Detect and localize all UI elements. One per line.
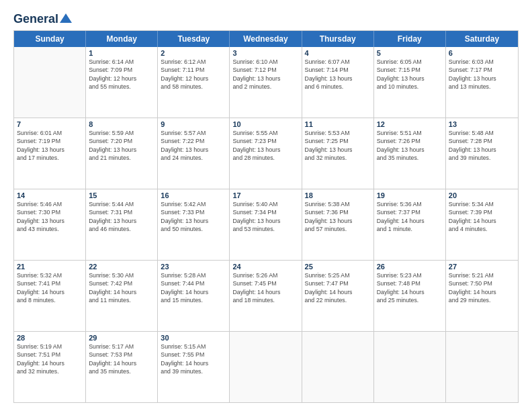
day-number: 20 xyxy=(449,191,515,199)
day-cell-1: 1Sunrise: 6:14 AM Sunset: 7:09 PM Daylig… xyxy=(86,47,158,118)
day-cell-8: 8Sunrise: 5:59 AM Sunset: 7:20 PM Daylig… xyxy=(86,118,158,189)
day-number: 3 xyxy=(232,49,298,57)
day-number: 16 xyxy=(161,191,226,199)
day-info: Sunrise: 5:44 AM Sunset: 7:31 PM Dayligh… xyxy=(89,200,154,233)
day-number: 22 xyxy=(89,263,154,271)
day-number: 26 xyxy=(377,263,443,271)
day-info: Sunrise: 5:57 AM Sunset: 7:22 PM Dayligh… xyxy=(161,129,226,162)
day-info: Sunrise: 5:25 AM Sunset: 7:47 PM Dayligh… xyxy=(305,271,371,304)
empty-cell xyxy=(14,47,86,118)
day-info: Sunrise: 6:07 AM Sunset: 7:14 PM Dayligh… xyxy=(305,58,371,91)
day-info: Sunrise: 5:55 AM Sunset: 7:23 PM Dayligh… xyxy=(232,129,298,162)
day-info: Sunrise: 5:48 AM Sunset: 7:28 PM Dayligh… xyxy=(449,129,515,162)
day-cell-11: 11Sunrise: 5:53 AM Sunset: 7:25 PM Dayli… xyxy=(302,118,374,189)
day-info: Sunrise: 5:28 AM Sunset: 7:44 PM Dayligh… xyxy=(161,271,226,304)
day-number: 15 xyxy=(89,191,154,199)
page: General SundayMondayTuesdayWednesdayThur… xyxy=(0,0,532,411)
day-number: 25 xyxy=(305,263,371,271)
day-number: 17 xyxy=(232,191,298,199)
day-number: 29 xyxy=(89,334,154,342)
day-header-thursday: Thursday xyxy=(302,31,374,47)
day-info: Sunrise: 5:59 AM Sunset: 7:20 PM Dayligh… xyxy=(89,129,154,162)
day-cell-28: 28Sunrise: 5:19 AM Sunset: 7:51 PM Dayli… xyxy=(14,332,86,402)
day-number: 6 xyxy=(449,49,515,57)
week-row-0: 1Sunrise: 6:14 AM Sunset: 7:09 PM Daylig… xyxy=(14,47,518,118)
day-cell-12: 12Sunrise: 5:51 AM Sunset: 7:26 PM Dayli… xyxy=(374,118,446,189)
day-info: Sunrise: 6:03 AM Sunset: 7:17 PM Dayligh… xyxy=(449,58,515,91)
day-number: 28 xyxy=(17,334,83,342)
day-header-wednesday: Wednesday xyxy=(230,31,302,47)
calendar: SundayMondayTuesdayWednesdayThursdayFrid… xyxy=(13,30,519,403)
day-number: 9 xyxy=(161,120,226,128)
day-number: 21 xyxy=(17,263,83,271)
day-info: Sunrise: 5:46 AM Sunset: 7:30 PM Dayligh… xyxy=(17,200,83,233)
day-cell-5: 5Sunrise: 6:05 AM Sunset: 7:15 PM Daylig… xyxy=(374,47,446,118)
day-cell-14: 14Sunrise: 5:46 AM Sunset: 7:30 PM Dayli… xyxy=(14,189,86,260)
empty-cell xyxy=(374,332,446,402)
day-cell-30: 30Sunrise: 5:15 AM Sunset: 7:55 PM Dayli… xyxy=(158,332,230,402)
day-number: 19 xyxy=(377,191,443,199)
day-cell-21: 21Sunrise: 5:32 AM Sunset: 7:41 PM Dayli… xyxy=(14,261,86,331)
day-number: 8 xyxy=(89,120,154,128)
day-info: Sunrise: 6:14 AM Sunset: 7:09 PM Dayligh… xyxy=(89,58,154,91)
day-cell-17: 17Sunrise: 5:40 AM Sunset: 7:34 PM Dayli… xyxy=(230,189,302,260)
day-info: Sunrise: 5:42 AM Sunset: 7:33 PM Dayligh… xyxy=(161,200,226,233)
day-cell-18: 18Sunrise: 5:38 AM Sunset: 7:36 PM Dayli… xyxy=(302,189,374,260)
calendar-header: SundayMondayTuesdayWednesdayThursdayFrid… xyxy=(14,31,518,47)
day-number: 23 xyxy=(161,263,226,271)
day-info: Sunrise: 5:21 AM Sunset: 7:50 PM Dayligh… xyxy=(449,271,515,304)
day-info: Sunrise: 6:01 AM Sunset: 7:19 PM Dayligh… xyxy=(17,129,83,162)
day-number: 10 xyxy=(232,120,298,128)
day-number: 12 xyxy=(377,120,443,128)
logo-icon xyxy=(60,13,72,23)
day-number: 18 xyxy=(305,191,371,199)
empty-cell xyxy=(446,332,518,402)
day-cell-2: 2Sunrise: 6:12 AM Sunset: 7:11 PM Daylig… xyxy=(158,47,230,118)
day-info: Sunrise: 6:10 AM Sunset: 7:12 PM Dayligh… xyxy=(232,58,298,91)
day-cell-22: 22Sunrise: 5:30 AM Sunset: 7:42 PM Dayli… xyxy=(86,261,158,331)
day-cell-29: 29Sunrise: 5:17 AM Sunset: 7:53 PM Dayli… xyxy=(86,332,158,402)
day-info: Sunrise: 5:38 AM Sunset: 7:36 PM Dayligh… xyxy=(305,200,371,233)
calendar-body: 1Sunrise: 6:14 AM Sunset: 7:09 PM Daylig… xyxy=(14,47,518,402)
day-header-sunday: Sunday xyxy=(14,31,86,47)
week-row-3: 21Sunrise: 5:32 AM Sunset: 7:41 PM Dayli… xyxy=(14,261,518,332)
day-number: 27 xyxy=(449,263,515,271)
day-cell-27: 27Sunrise: 5:21 AM Sunset: 7:50 PM Dayli… xyxy=(446,261,518,331)
empty-cell xyxy=(302,332,374,402)
day-info: Sunrise: 6:05 AM Sunset: 7:15 PM Dayligh… xyxy=(377,58,443,91)
day-number: 2 xyxy=(161,49,226,57)
day-info: Sunrise: 5:15 AM Sunset: 7:55 PM Dayligh… xyxy=(161,342,226,375)
day-info: Sunrise: 5:17 AM Sunset: 7:53 PM Dayligh… xyxy=(89,342,154,375)
day-header-monday: Monday xyxy=(86,31,158,47)
day-number: 13 xyxy=(449,120,515,128)
empty-cell xyxy=(230,332,302,402)
week-row-4: 28Sunrise: 5:19 AM Sunset: 7:51 PM Dayli… xyxy=(14,332,518,402)
day-info: Sunrise: 5:34 AM Sunset: 7:39 PM Dayligh… xyxy=(449,200,515,233)
header: General xyxy=(13,12,519,25)
day-header-saturday: Saturday xyxy=(446,31,518,47)
day-number: 4 xyxy=(305,49,371,57)
week-row-2: 14Sunrise: 5:46 AM Sunset: 7:30 PM Dayli… xyxy=(14,189,518,261)
day-info: Sunrise: 5:32 AM Sunset: 7:41 PM Dayligh… xyxy=(17,271,83,304)
day-cell-20: 20Sunrise: 5:34 AM Sunset: 7:39 PM Dayli… xyxy=(446,189,518,260)
day-info: Sunrise: 5:36 AM Sunset: 7:37 PM Dayligh… xyxy=(377,200,443,233)
logo: General xyxy=(13,12,72,25)
day-cell-26: 26Sunrise: 5:23 AM Sunset: 7:48 PM Dayli… xyxy=(374,261,446,331)
day-number: 1 xyxy=(89,49,154,57)
day-number: 24 xyxy=(232,263,298,271)
day-info: Sunrise: 5:23 AM Sunset: 7:48 PM Dayligh… xyxy=(377,271,443,304)
day-cell-9: 9Sunrise: 5:57 AM Sunset: 7:22 PM Daylig… xyxy=(158,118,230,189)
day-cell-23: 23Sunrise: 5:28 AM Sunset: 7:44 PM Dayli… xyxy=(158,261,230,331)
day-number: 30 xyxy=(161,334,226,342)
day-cell-24: 24Sunrise: 5:26 AM Sunset: 7:45 PM Dayli… xyxy=(230,261,302,331)
day-cell-4: 4Sunrise: 6:07 AM Sunset: 7:14 PM Daylig… xyxy=(302,47,374,118)
day-number: 11 xyxy=(305,120,371,128)
day-info: Sunrise: 5:30 AM Sunset: 7:42 PM Dayligh… xyxy=(89,271,154,304)
day-info: Sunrise: 5:19 AM Sunset: 7:51 PM Dayligh… xyxy=(17,342,83,375)
day-info: Sunrise: 6:12 AM Sunset: 7:11 PM Dayligh… xyxy=(161,58,226,91)
day-cell-3: 3Sunrise: 6:10 AM Sunset: 7:12 PM Daylig… xyxy=(230,47,302,118)
day-number: 14 xyxy=(17,191,83,199)
day-cell-13: 13Sunrise: 5:48 AM Sunset: 7:28 PM Dayli… xyxy=(446,118,518,189)
day-info: Sunrise: 5:51 AM Sunset: 7:26 PM Dayligh… xyxy=(377,129,443,162)
logo-general: General xyxy=(13,12,58,26)
